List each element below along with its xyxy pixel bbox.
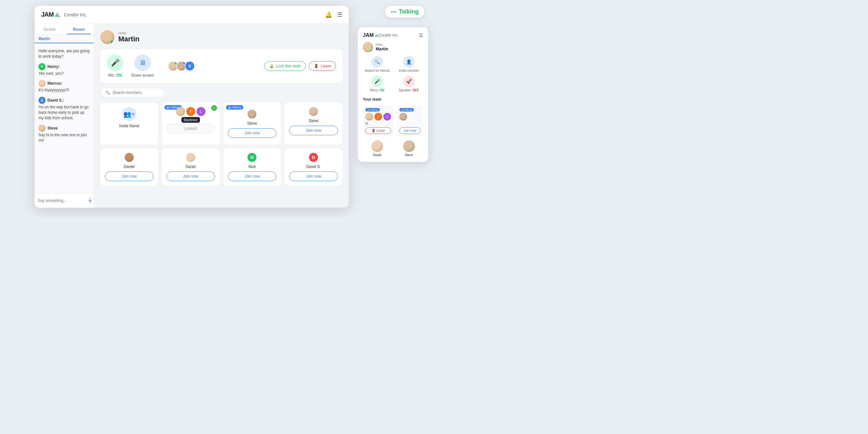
speaker-icon: 🚀 <box>403 75 415 87</box>
chat-input[interactable] <box>38 198 86 203</box>
chat-sidebar: Global Room Martin Hello everyone, are y… <box>35 24 94 208</box>
room-member-avatars <box>186 153 195 162</box>
member-avatar <box>186 153 195 162</box>
member-avatar <box>176 107 185 116</box>
rp-person: Steve <box>395 141 423 157</box>
team-member-avatar <box>399 113 407 121</box>
join-now-button[interactable]: Join now <box>105 172 154 181</box>
sender-name: Marcus: <box>48 81 62 86</box>
micro-icon: 🎤 <box>372 75 383 87</box>
rp-actions: 🔍 Search for friends 👤 Invite member 🎤 M… <box>363 56 423 92</box>
list-item: Steve Say hi to the new one to join our <box>38 125 90 143</box>
invite-member-label: Invite member <box>399 69 419 72</box>
send-icon: ✈ <box>89 198 92 203</box>
message-text: Say hi to the new one to join our <box>38 132 90 143</box>
rp-invite-member[interactable]: 👤 Invite member <box>395 56 423 72</box>
room-username: Martin <box>118 35 140 43</box>
mic-on-indicator: 🎤 <box>110 40 115 44</box>
avatar <box>38 80 45 87</box>
room-card: D David S. Join now <box>285 148 342 186</box>
talking-badge-floating: Talking <box>385 6 424 18</box>
room-card-name: Steve <box>247 121 257 126</box>
share-screen-control[interactable]: 🖥 Share screen <box>131 55 154 78</box>
rp-micro[interactable]: 🎤 Micro: ON <box>363 75 391 92</box>
menu-icon[interactable]: ☰ <box>337 11 342 18</box>
leave-icon: 🚪 <box>372 129 375 132</box>
member-avatar: D <box>309 153 318 162</box>
team-member-row <box>399 113 407 121</box>
invite-member-icon: 👤 <box>403 56 415 68</box>
rp-online-indicator <box>370 49 373 52</box>
search-icon: 🔍 <box>105 90 110 95</box>
message-header: H Henry: <box>38 63 90 70</box>
rp-search-friends[interactable]: 🔍 Search for friends <box>363 56 391 72</box>
room-card-name: David S. <box>306 164 320 169</box>
sender-name: David S.: <box>48 98 64 102</box>
person-name: Sarah <box>373 153 381 157</box>
message-text: Yes sure, you? <box>38 71 90 76</box>
rp-user-info: Hello Martin <box>363 42 423 52</box>
member-avatar: T <box>186 107 195 116</box>
leave-button[interactable]: 🚪 Leave <box>309 61 336 71</box>
rp-user-details: Hello Martin <box>376 43 388 51</box>
main-window: JAM Condor Inc. 🔔 ☰ Global Room Martin <box>35 6 349 208</box>
lock-label: Lock this room <box>276 64 301 68</box>
rp-hello-label: Hello <box>376 43 388 46</box>
lock-room-button[interactable]: 🔒 Lock this room <box>265 61 306 71</box>
avatar: H <box>38 63 45 70</box>
room-member-avatars <box>247 110 256 119</box>
team-join-button[interactable]: Join now <box>399 127 421 134</box>
person-avatar <box>403 141 415 152</box>
lock-badge-icon: 🔒 <box>211 105 217 111</box>
message-text: It's friyayyyyyyy!!!! <box>38 88 90 93</box>
message-text: Hello everyone, are you going to work to… <box>38 49 90 59</box>
search-friends-icon: 🔍 <box>372 56 383 68</box>
invite-friend-card: 👥+ Invite friend <box>100 102 158 145</box>
room-user-header: 🎤 Hello Martin <box>100 30 342 44</box>
lock-icon: 🔒 <box>269 64 274 68</box>
leave-label: Leave <box>320 64 331 68</box>
avatar: D <box>38 97 45 104</box>
chat-tabs: Global Room <box>35 24 94 35</box>
room-card-name: Daniel <box>124 164 135 169</box>
rp-user-avatar <box>363 42 373 52</box>
member-avatar: L <box>196 107 206 116</box>
join-now-button[interactable]: Join now <box>289 172 338 181</box>
room-member-avatars <box>309 107 318 116</box>
message-header: Steve <box>38 125 90 132</box>
team-room-card: Talking T L M 🚪 Leave <box>363 105 394 136</box>
team-member-label: M <box>365 122 368 125</box>
room-card: Daniel Join now <box>100 148 158 186</box>
mic-control[interactable]: 🎤 Mic: ON <box>107 55 123 78</box>
send-button[interactable]: ✈ <box>89 196 92 205</box>
tab-global[interactable]: Global <box>35 24 64 34</box>
search-members-input[interactable] <box>113 90 160 95</box>
join-now-button[interactable]: Join now <box>228 172 277 181</box>
search-friends-label: Search for friends <box>365 69 390 72</box>
martin-header: Martin <box>35 35 94 43</box>
team-member-avatar: T <box>374 113 382 121</box>
mic-icon: 🎤 <box>107 55 123 71</box>
mic-label: Mic: ON <box>108 73 122 78</box>
join-now-button[interactable]: Join now <box>289 126 338 135</box>
bell-icon[interactable]: 🔔 <box>325 11 332 18</box>
team-member-avatar: L <box>383 113 391 121</box>
rooms-grid: 👥+ Invite friend Talking 🔒 <box>100 102 342 186</box>
tab-room[interactable]: Room <box>64 24 94 34</box>
talking-dots-icon <box>167 106 169 108</box>
rp-speaker[interactable]: 🚀 Speaker: OFF <box>395 75 423 92</box>
invite-friend-label: Invite friend <box>119 124 139 128</box>
room-user-info: Hello Martin <box>118 31 140 43</box>
share-screen-icon: 🖥 <box>134 55 151 71</box>
tooltip-badge: Martinez <box>181 117 200 123</box>
join-now-button[interactable]: Join now <box>166 172 215 181</box>
locked-room-card: Talking 🔒 T L <box>162 102 220 145</box>
team-leave-button[interactable]: 🚪 Leave <box>365 127 391 134</box>
message-header: Marcus: <box>38 80 90 87</box>
user-avatar: 🎤 <box>100 30 115 44</box>
team-member-row: T L <box>365 113 391 121</box>
join-now-button[interactable]: Join now <box>228 128 277 138</box>
rp-menu-icon[interactable]: ☰ <box>419 33 423 38</box>
talking-badge-label: Talking <box>399 108 414 112</box>
person-name: Steve <box>405 153 413 157</box>
